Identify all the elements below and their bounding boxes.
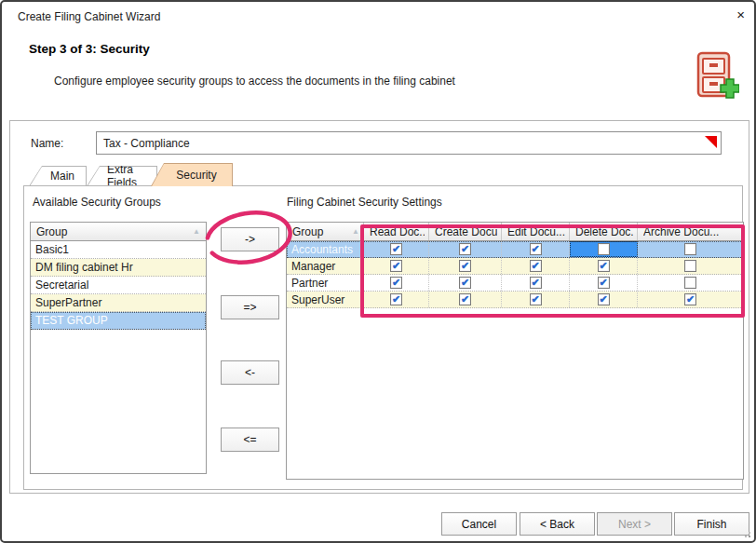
tab-extra-fields[interactable]: Extra Fields [87, 166, 157, 186]
name-label: Name: [31, 137, 63, 150]
footer: Cancel< BackNext >Finish [2, 510, 754, 538]
security-settings-table: Group▲Read Doc...Create Docu...Edit Docu… [286, 222, 744, 480]
sort-ascending-icon: ▲ [193, 228, 200, 236]
tab-label: Security [155, 169, 227, 182]
tab-security[interactable]: Security [151, 163, 233, 186]
checkbox-unchecked-icon[interactable] [684, 277, 696, 289]
checkbox-checked-icon[interactable]: ✔ [530, 260, 542, 272]
close-icon[interactable]: × [736, 8, 745, 21]
checkbox-checked-icon[interactable]: ✔ [530, 277, 542, 289]
checkbox-checked-icon[interactable]: ✔ [598, 277, 610, 289]
security-tab-panel: Available Security Groups Filing Cabinet… [23, 185, 743, 490]
security-settings-label: Filing Cabinet Security Settings [287, 196, 442, 209]
back-button[interactable]: < Back [520, 512, 595, 536]
permission-cell[interactable]: ✔ [429, 292, 502, 307]
available-groups-column-header[interactable]: Group ▲ [31, 223, 206, 241]
column-header[interactable]: Archive Docu... [638, 223, 743, 240]
permission-cell[interactable]: ✔ [570, 258, 638, 274]
permission-cell[interactable]: ✔ [502, 241, 570, 257]
checkbox-checked-icon[interactable]: ✔ [598, 260, 610, 272]
permission-cell[interactable]: ✔ [429, 275, 502, 291]
table-row[interactable]: Accountants✔✔✔ [287, 241, 743, 258]
permission-cell[interactable]: ✔ [638, 292, 743, 307]
column-header-label: Group [36, 225, 193, 238]
permission-cell[interactable] [570, 241, 638, 257]
move-selected-right-button[interactable]: -> [221, 227, 279, 251]
tab-label: Main [30, 170, 86, 183]
permission-cell[interactable]: ✔ [364, 241, 429, 257]
checkbox-unchecked-icon[interactable] [684, 260, 696, 272]
tab-bar: MainExtra FieldsSecurity [29, 163, 233, 186]
move-all-right-button[interactable]: => [221, 295, 279, 319]
column-header-label: Delete Doc... [575, 225, 633, 238]
settings-header-row: Group▲Read Doc...Create Docu...Edit Docu… [287, 223, 743, 241]
permission-cell[interactable]: ✔ [429, 258, 502, 274]
checkbox-checked-icon[interactable]: ✔ [684, 293, 696, 305]
checkbox-unchecked-icon[interactable] [684, 243, 696, 255]
available-groups-list-body: Basic1DM filing cabinet HrSecretarialSup… [31, 241, 206, 473]
step-title: Step 3 of 3: Security [29, 42, 150, 56]
move-all-left-button[interactable]: <= [221, 428, 279, 452]
checkbox-checked-icon[interactable]: ✔ [530, 293, 542, 305]
permission-cell[interactable]: ✔ [570, 275, 638, 291]
checkbox-checked-icon[interactable]: ✔ [530, 243, 542, 255]
table-row[interactable]: SuperUser✔✔✔✔✔ [287, 292, 743, 308]
checkbox-unchecked-icon[interactable] [598, 243, 610, 255]
available-groups-label: Available Security Groups [33, 196, 161, 209]
filing-cabinet-add-icon [693, 50, 739, 102]
permission-cell[interactable]: ✔ [502, 258, 570, 274]
next-button: Next > [597, 512, 672, 536]
checkbox-checked-icon[interactable]: ✔ [390, 293, 402, 305]
permission-cell[interactable] [638, 275, 743, 291]
column-header-label: Edit Docu... [507, 225, 565, 238]
list-item[interactable]: DM filing cabinet Hr [31, 259, 206, 277]
checkbox-checked-icon[interactable]: ✔ [390, 243, 402, 255]
permission-cell[interactable]: ✔ [502, 275, 570, 291]
name-value: Tax - Compliance [103, 137, 190, 150]
permission-cell[interactable] [638, 241, 743, 257]
permission-cell[interactable]: ✔ [364, 275, 429, 291]
validation-marker-icon [705, 136, 717, 148]
group-name-cell: Accountants [287, 241, 364, 257]
window-title: Create Filing Cabinet Wizard [18, 10, 160, 23]
column-header[interactable]: Read Doc... [364, 223, 429, 240]
permission-cell[interactable]: ✔ [429, 241, 502, 257]
column-header[interactable]: Create Docu... [429, 223, 502, 240]
step-description: Configure employee security groups to ac… [54, 75, 455, 88]
checkbox-checked-icon[interactable]: ✔ [459, 260, 471, 272]
checkbox-checked-icon[interactable]: ✔ [459, 277, 471, 289]
name-input[interactable]: Tax - Compliance [96, 131, 722, 155]
column-header[interactable]: Group▲ [287, 223, 364, 240]
table-row[interactable]: Partner✔✔✔✔ [287, 275, 743, 292]
list-item[interactable]: SuperPartner [31, 294, 206, 312]
resize-grip[interactable] [742, 529, 750, 537]
list-item[interactable]: TEST GROUP [31, 312, 206, 330]
group-name-cell: SuperUser [287, 292, 364, 307]
table-row[interactable]: Manager✔✔✔✔ [287, 258, 743, 275]
checkbox-checked-icon[interactable]: ✔ [459, 243, 471, 255]
permission-cell[interactable]: ✔ [502, 292, 570, 307]
permission-cell[interactable]: ✔ [364, 258, 429, 274]
transfer-buttons: ->=><-<= [221, 186, 280, 489]
column-header-label: Group [292, 225, 352, 238]
wizard-groupbox: Name: Tax - Compliance MainExtra FieldsS… [9, 120, 749, 494]
sort-ascending-icon: ▲ [352, 228, 359, 236]
permission-cell[interactable]: ✔ [570, 292, 638, 307]
checkbox-checked-icon[interactable]: ✔ [598, 293, 610, 305]
column-header-label: Create Docu... [435, 225, 497, 238]
checkbox-checked-icon[interactable]: ✔ [390, 277, 402, 289]
checkbox-checked-icon[interactable]: ✔ [390, 260, 402, 272]
column-header-label: Read Doc... [370, 225, 425, 238]
permission-cell[interactable] [638, 258, 743, 274]
list-item[interactable]: Secretarial [31, 277, 206, 294]
checkbox-checked-icon[interactable]: ✔ [459, 293, 471, 305]
cancel-button[interactable]: Cancel [441, 512, 517, 536]
tab-main[interactable]: Main [29, 166, 87, 186]
column-header[interactable]: Edit Docu... [502, 223, 570, 240]
move-selected-left-button[interactable]: <- [221, 360, 279, 385]
list-item[interactable]: Basic1 [31, 241, 206, 259]
available-groups-list: Group ▲ Basic1DM filing cabinet HrSecret… [30, 222, 207, 474]
permission-cell[interactable]: ✔ [364, 292, 429, 307]
finish-button[interactable]: Finish [674, 512, 749, 536]
column-header[interactable]: Delete Doc... [570, 223, 638, 240]
